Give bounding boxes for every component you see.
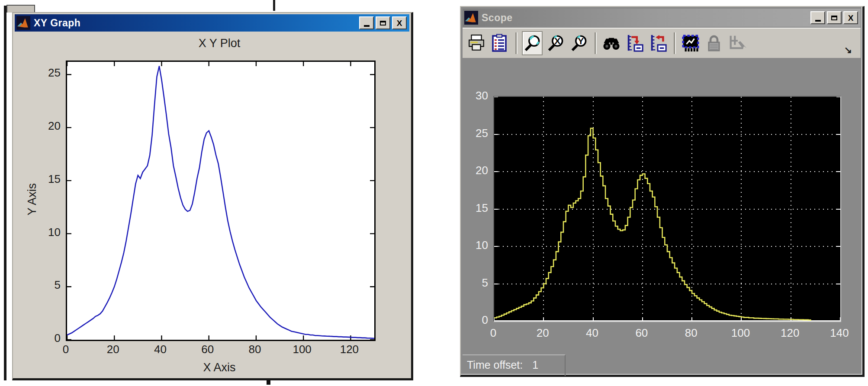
xy-x-tick-label: 100 bbox=[289, 343, 315, 356]
signal-selection-button[interactable] bbox=[727, 31, 748, 55]
top-center-artifact bbox=[273, 0, 275, 11]
binoculars-icon bbox=[602, 34, 620, 53]
toolbar-separator bbox=[515, 32, 518, 54]
time-offset-status: Time offset:1 bbox=[467, 359, 538, 371]
xy-y-tick-label: 25 bbox=[35, 66, 61, 80]
zoom-button[interactable] bbox=[522, 31, 543, 55]
xy-plot-canvas bbox=[67, 62, 374, 340]
maximize-icon bbox=[831, 16, 837, 20]
xy-y-tick-label: 10 bbox=[35, 226, 61, 239]
maximize-button[interactable] bbox=[376, 16, 390, 29]
svg-text:Y: Y bbox=[578, 36, 584, 46]
close-icon: X bbox=[397, 19, 402, 27]
scope-y-tick-label: 30 bbox=[460, 89, 488, 102]
time-offset-label: Time offset: bbox=[467, 359, 523, 371]
zoom-y-axis-button[interactable]: Y bbox=[569, 31, 589, 55]
xy-x-axis-label: X Axis bbox=[203, 361, 235, 374]
signal-selection-icon bbox=[728, 34, 746, 53]
printer-icon bbox=[467, 34, 485, 53]
xy-graph-window: XY Graph X X Y Plot X Axis Y Axis 020406… bbox=[12, 12, 413, 380]
minimize-button[interactable] bbox=[359, 16, 374, 29]
xy-y-tick-label: 0 bbox=[35, 332, 61, 345]
matlab-icon bbox=[464, 11, 478, 25]
zoom-x-axis-button[interactable]: X bbox=[545, 31, 566, 55]
scope-x-tick-label: 40 bbox=[579, 326, 606, 340]
scope-body: Time offset:1 02040608010012014005101520… bbox=[463, 58, 861, 373]
scope-x-tick-label: 120 bbox=[776, 326, 804, 340]
zoom-icon bbox=[523, 34, 541, 53]
xy-y-tick-label: 20 bbox=[35, 119, 61, 133]
scope-y-tick-label: 5 bbox=[460, 276, 488, 290]
scope-plot-canvas bbox=[494, 97, 840, 321]
close-button[interactable]: X bbox=[392, 16, 407, 29]
toolbar-separator bbox=[595, 32, 597, 54]
scope-x-tick-label: 80 bbox=[677, 326, 705, 340]
scope-window-title: Scope bbox=[482, 12, 513, 24]
xy-graph-titlebar[interactable]: XY Graph X bbox=[15, 14, 409, 32]
xy-x-tick-label: 80 bbox=[242, 343, 268, 356]
save-axes-icon bbox=[626, 34, 644, 53]
scope-y-tick-label: 10 bbox=[460, 239, 488, 252]
left-edge-artifact-line bbox=[4, 6, 6, 380]
restore-axes-icon bbox=[649, 34, 667, 53]
xy-x-tick-label: 60 bbox=[195, 343, 221, 356]
minimize-icon bbox=[815, 20, 821, 22]
maximize-button[interactable] bbox=[827, 11, 842, 24]
scope-x-tick-label: 0 bbox=[479, 326, 507, 340]
floating-scope-button[interactable] bbox=[680, 31, 701, 55]
scope-x-tick-label: 20 bbox=[529, 326, 556, 340]
print-button[interactable] bbox=[466, 31, 487, 55]
zoom-y-icon: Y bbox=[570, 34, 588, 53]
scope-x-tick-label: 100 bbox=[727, 326, 754, 340]
scope-x-tick-label: 140 bbox=[826, 326, 853, 340]
toolbar-separator bbox=[674, 32, 676, 54]
matlab-icon bbox=[16, 16, 30, 30]
toolbar-overflow-arrow[interactable]: ↘ bbox=[842, 45, 855, 55]
scope-y-tick-label: 0 bbox=[460, 313, 488, 327]
xy-y-tick-label: 5 bbox=[35, 278, 61, 292]
scope-toolbar: X Y ↘ bbox=[463, 28, 861, 58]
time-offset-value: 1 bbox=[532, 359, 538, 371]
lock-axes-button[interactable] bbox=[704, 31, 724, 55]
minimize-icon bbox=[364, 25, 370, 27]
close-icon: X bbox=[848, 14, 854, 22]
close-button[interactable]: X bbox=[843, 11, 858, 24]
scope-titlebar[interactable]: Scope X bbox=[463, 9, 861, 27]
scope-plot-area[interactable] bbox=[493, 96, 841, 322]
xy-x-tick-label: 120 bbox=[336, 343, 362, 356]
scope-window: Scope X X Y bbox=[460, 6, 865, 377]
minimize-button[interactable] bbox=[810, 11, 825, 24]
maximize-icon bbox=[380, 21, 386, 26]
parameters-button[interactable] bbox=[489, 31, 510, 55]
svg-text:X: X bbox=[554, 36, 560, 46]
xy-y-tick-label: 15 bbox=[35, 172, 61, 186]
screenshot-canvas: XY Graph X X Y Plot X Axis Y Axis 020406… bbox=[0, 0, 868, 386]
floating-scope-icon bbox=[682, 34, 700, 53]
xy-y-axis-label: Y Axis bbox=[26, 183, 39, 216]
xy-window-title: XY Graph bbox=[34, 17, 80, 29]
lock-icon bbox=[705, 34, 723, 53]
xy-plot-area bbox=[66, 61, 376, 341]
scope-y-tick-label: 20 bbox=[460, 164, 488, 177]
restore-axes-settings-button[interactable] bbox=[648, 31, 669, 55]
xy-x-tick-label: 40 bbox=[147, 343, 173, 356]
scope-y-tick-label: 25 bbox=[460, 127, 488, 140]
parameters-icon bbox=[491, 34, 509, 53]
save-axes-settings-button[interactable] bbox=[624, 31, 645, 55]
zoom-x-icon: X bbox=[547, 34, 565, 53]
scope-y-tick-label: 15 bbox=[460, 201, 488, 215]
autoscale-button[interactable] bbox=[601, 31, 622, 55]
xy-graph-body: X Y Plot X Axis Y Axis 02040608010012005… bbox=[15, 32, 409, 376]
xy-plot-title: X Y Plot bbox=[199, 37, 241, 50]
top-left-artifact-tab bbox=[6, 5, 35, 13]
xy-x-tick-label: 20 bbox=[100, 343, 126, 356]
scope-x-tick-label: 60 bbox=[628, 326, 656, 340]
